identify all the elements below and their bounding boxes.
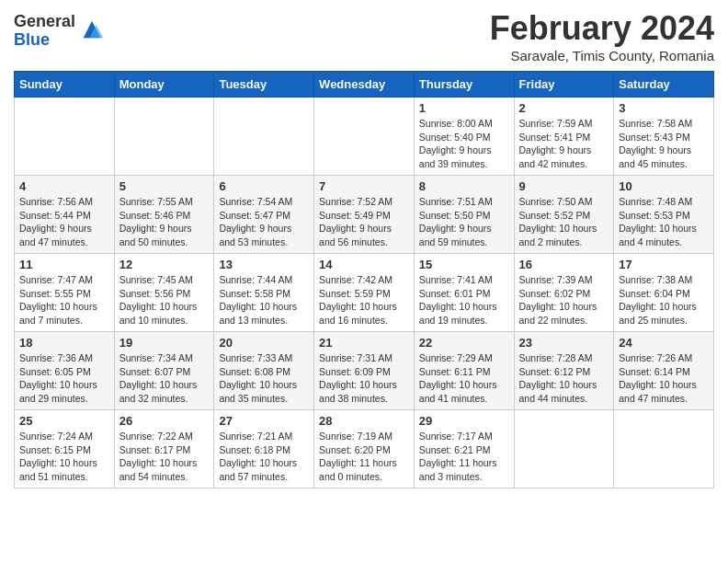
day-number: 1 xyxy=(419,101,509,115)
calendar-week-2: 4Sunrise: 7:56 AMSunset: 5:44 PMDaylight… xyxy=(15,176,714,254)
calendar-cell: 4Sunrise: 7:56 AMSunset: 5:44 PMDaylight… xyxy=(15,176,115,254)
calendar-cell: 14Sunrise: 7:42 AMSunset: 5:59 PMDayligh… xyxy=(314,254,415,332)
calendar-cell: 24Sunrise: 7:26 AMSunset: 6:14 PMDayligh… xyxy=(614,332,714,410)
day-number: 20 xyxy=(219,336,309,350)
header-thursday: Thursday xyxy=(414,72,514,98)
calendar-cell xyxy=(214,98,314,176)
calendar-cell: 6Sunrise: 7:54 AMSunset: 5:47 PMDaylight… xyxy=(214,176,314,254)
location: Saravale, Timis County, Romania xyxy=(490,48,714,63)
day-number: 2 xyxy=(519,101,609,115)
calendar-cell: 10Sunrise: 7:48 AMSunset: 5:53 PMDayligh… xyxy=(614,176,714,254)
calendar-cell xyxy=(514,410,614,488)
day-number: 25 xyxy=(19,414,109,428)
day-number: 27 xyxy=(219,414,309,428)
header-monday: Monday xyxy=(114,72,214,98)
calendar-cell xyxy=(614,410,714,488)
day-number: 29 xyxy=(419,414,509,428)
day-number: 12 xyxy=(119,258,210,271)
calendar-cell: 15Sunrise: 7:41 AMSunset: 6:01 PMDayligh… xyxy=(414,254,514,332)
day-number: 3 xyxy=(619,101,709,115)
calendar-cell: 28Sunrise: 7:19 AMSunset: 6:20 PMDayligh… xyxy=(314,410,415,488)
day-info: Sunrise: 7:38 AMSunset: 6:04 PMDaylight:… xyxy=(619,273,709,327)
day-number: 13 xyxy=(219,258,309,271)
calendar-cell: 22Sunrise: 7:29 AMSunset: 6:11 PMDayligh… xyxy=(414,332,514,410)
day-info: Sunrise: 7:50 AMSunset: 5:52 PMDaylight:… xyxy=(519,195,609,249)
title-block: February 2024 Saravale, Timis County, Ro… xyxy=(490,9,714,63)
calendar-cell xyxy=(15,98,115,176)
calendar-week-1: 1Sunrise: 8:00 AMSunset: 5:40 PMDaylight… xyxy=(15,98,714,176)
calendar-cell: 18Sunrise: 7:36 AMSunset: 6:05 PMDayligh… xyxy=(15,332,115,410)
day-number: 7 xyxy=(319,179,409,193)
calendar-cell xyxy=(114,98,214,176)
day-info: Sunrise: 7:36 AMSunset: 6:05 PMDaylight:… xyxy=(19,351,109,406)
logo-text: General Blue xyxy=(14,13,75,50)
calendar-cell: 8Sunrise: 7:51 AMSunset: 5:50 PMDaylight… xyxy=(414,176,514,254)
day-info: Sunrise: 8:00 AMSunset: 5:40 PMDaylight:… xyxy=(419,117,509,171)
day-number: 23 xyxy=(519,336,609,350)
logo-icon xyxy=(79,17,105,42)
calendar-cell: 21Sunrise: 7:31 AMSunset: 6:09 PMDayligh… xyxy=(314,332,415,410)
day-info: Sunrise: 7:24 AMSunset: 6:15 PMDaylight:… xyxy=(19,430,109,484)
day-info: Sunrise: 7:47 AMSunset: 5:55 PMDaylight:… xyxy=(19,273,109,327)
day-number: 19 xyxy=(119,336,210,350)
calendar-week-3: 11Sunrise: 7:47 AMSunset: 5:55 PMDayligh… xyxy=(15,254,714,332)
calendar: Sunday Monday Tuesday Wednesday Thursday… xyxy=(14,71,714,488)
calendar-cell: 25Sunrise: 7:24 AMSunset: 6:15 PMDayligh… xyxy=(15,410,115,488)
calendar-cell: 29Sunrise: 7:17 AMSunset: 6:21 PMDayligh… xyxy=(414,410,514,488)
logo-general: General xyxy=(14,13,75,31)
day-info: Sunrise: 7:19 AMSunset: 6:20 PMDaylight:… xyxy=(319,430,409,484)
day-info: Sunrise: 7:34 AMSunset: 6:07 PMDaylight:… xyxy=(119,351,210,406)
calendar-cell: 23Sunrise: 7:28 AMSunset: 6:12 PMDayligh… xyxy=(514,332,614,410)
day-info: Sunrise: 7:56 AMSunset: 5:44 PMDaylight:… xyxy=(19,195,109,249)
day-info: Sunrise: 7:44 AMSunset: 5:58 PMDaylight:… xyxy=(219,273,309,327)
day-number: 26 xyxy=(119,414,210,428)
day-info: Sunrise: 7:55 AMSunset: 5:46 PMDaylight:… xyxy=(119,195,210,249)
calendar-cell: 1Sunrise: 8:00 AMSunset: 5:40 PMDaylight… xyxy=(414,98,514,176)
calendar-cell: 17Sunrise: 7:38 AMSunset: 6:04 PMDayligh… xyxy=(614,254,714,332)
day-number: 14 xyxy=(319,258,409,271)
day-number: 10 xyxy=(619,179,709,193)
day-info: Sunrise: 7:48 AMSunset: 5:53 PMDaylight:… xyxy=(619,195,709,249)
day-number: 28 xyxy=(319,414,409,428)
calendar-cell: 20Sunrise: 7:33 AMSunset: 6:08 PMDayligh… xyxy=(214,332,314,410)
day-info: Sunrise: 7:21 AMSunset: 6:18 PMDaylight:… xyxy=(219,430,309,484)
day-info: Sunrise: 7:41 AMSunset: 6:01 PMDaylight:… xyxy=(419,273,509,327)
calendar-header-row: Sunday Monday Tuesday Wednesday Thursday… xyxy=(15,72,714,98)
day-info: Sunrise: 7:33 AMSunset: 6:08 PMDaylight:… xyxy=(219,351,309,406)
header-sunday: Sunday xyxy=(15,72,115,98)
day-number: 6 xyxy=(219,179,309,193)
logo-blue: Blue xyxy=(14,31,75,50)
logo: General Blue xyxy=(14,13,105,50)
calendar-cell: 5Sunrise: 7:55 AMSunset: 5:46 PMDaylight… xyxy=(114,176,214,254)
header-saturday: Saturday xyxy=(614,72,714,98)
day-number: 21 xyxy=(319,336,409,350)
day-info: Sunrise: 7:28 AMSunset: 6:12 PMDaylight:… xyxy=(519,351,609,406)
page-header: General Blue February 2024 Saravale, Tim… xyxy=(14,9,714,63)
header-friday: Friday xyxy=(514,72,614,98)
calendar-week-4: 18Sunrise: 7:36 AMSunset: 6:05 PMDayligh… xyxy=(15,332,714,410)
day-info: Sunrise: 7:59 AMSunset: 5:41 PMDaylight:… xyxy=(519,117,609,171)
day-info: Sunrise: 7:42 AMSunset: 5:59 PMDaylight:… xyxy=(319,273,409,327)
calendar-cell: 13Sunrise: 7:44 AMSunset: 5:58 PMDayligh… xyxy=(214,254,314,332)
day-number: 4 xyxy=(19,179,109,193)
calendar-cell: 27Sunrise: 7:21 AMSunset: 6:18 PMDayligh… xyxy=(214,410,314,488)
day-number: 24 xyxy=(619,336,709,350)
calendar-cell: 19Sunrise: 7:34 AMSunset: 6:07 PMDayligh… xyxy=(114,332,214,410)
header-tuesday: Tuesday xyxy=(214,72,314,98)
day-info: Sunrise: 7:31 AMSunset: 6:09 PMDaylight:… xyxy=(319,351,409,406)
day-info: Sunrise: 7:39 AMSunset: 6:02 PMDaylight:… xyxy=(519,273,609,327)
day-number: 18 xyxy=(19,336,109,350)
calendar-cell xyxy=(314,98,415,176)
day-info: Sunrise: 7:58 AMSunset: 5:43 PMDaylight:… xyxy=(619,117,709,171)
day-info: Sunrise: 7:22 AMSunset: 6:17 PMDaylight:… xyxy=(119,430,210,484)
calendar-cell: 11Sunrise: 7:47 AMSunset: 5:55 PMDayligh… xyxy=(15,254,115,332)
day-number: 15 xyxy=(419,258,509,271)
day-info: Sunrise: 7:54 AMSunset: 5:47 PMDaylight:… xyxy=(219,195,309,249)
day-number: 8 xyxy=(419,179,509,193)
day-info: Sunrise: 7:51 AMSunset: 5:50 PMDaylight:… xyxy=(419,195,509,249)
calendar-cell: 2Sunrise: 7:59 AMSunset: 5:41 PMDaylight… xyxy=(514,98,614,176)
day-number: 9 xyxy=(519,179,609,193)
day-info: Sunrise: 7:26 AMSunset: 6:14 PMDaylight:… xyxy=(619,351,709,406)
day-info: Sunrise: 7:17 AMSunset: 6:21 PMDaylight:… xyxy=(419,430,509,484)
month-title: February 2024 xyxy=(490,9,714,48)
